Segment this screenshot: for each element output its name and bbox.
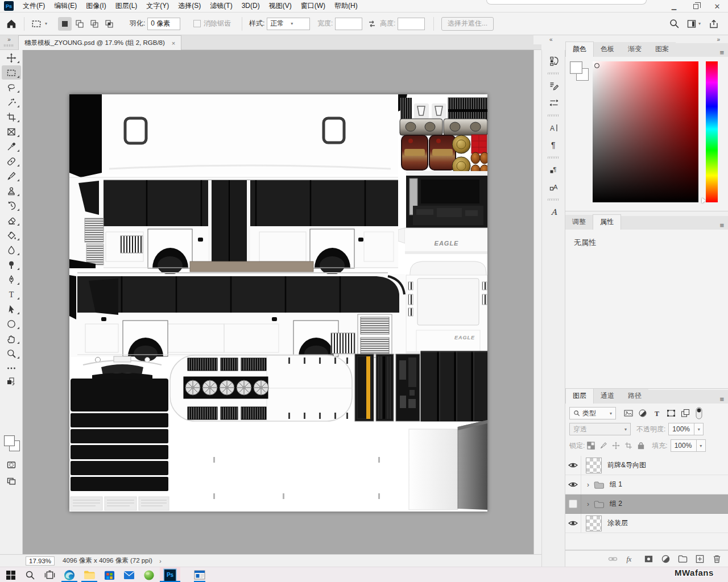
move-tool[interactable] bbox=[2, 51, 21, 65]
edit-toolbar-icon[interactable] bbox=[2, 361, 21, 375]
tab-overflow-icon[interactable]: » bbox=[2, 36, 16, 49]
taskbar-window-app[interactable] bbox=[190, 567, 209, 582]
tab-color[interactable]: 颜色 bbox=[565, 41, 594, 57]
subtract-selection-mode[interactable] bbox=[88, 17, 101, 31]
paint-bucket-tool[interactable] bbox=[2, 228, 21, 242]
tab-gradients[interactable]: 渐变 bbox=[621, 42, 648, 57]
select-and-mask-button[interactable]: 选择并遮住... bbox=[441, 17, 494, 31]
new-layer-icon[interactable] bbox=[695, 554, 705, 564]
tab-adjustments[interactable]: 调整 bbox=[565, 215, 593, 230]
share-icon[interactable] bbox=[709, 13, 719, 35]
eyedropper-tool[interactable] bbox=[2, 139, 21, 153]
panel-foreground-swatch[interactable] bbox=[570, 61, 582, 74]
fill-value[interactable]: 100% bbox=[671, 439, 697, 452]
height-input[interactable] bbox=[398, 18, 425, 30]
menu-edit[interactable]: 编辑(E) bbox=[49, 0, 81, 12]
new-selection-mode[interactable] bbox=[58, 17, 72, 31]
menu-filter[interactable]: 滤镜(T) bbox=[205, 0, 237, 12]
layer-style-icon[interactable]: fx bbox=[625, 554, 636, 564]
lock-pixels-icon[interactable] bbox=[599, 442, 607, 450]
menu-type[interactable]: 文字(Y) bbox=[142, 0, 173, 12]
menu-file[interactable]: 文件(F) bbox=[18, 0, 49, 12]
visibility-toggle[interactable] bbox=[565, 475, 581, 494]
lock-transparency-icon[interactable] bbox=[587, 442, 595, 450]
layer-thumbnail[interactable] bbox=[586, 516, 602, 531]
menu-view[interactable]: 视图(V) bbox=[264, 0, 296, 12]
opacity-dropdown-icon[interactable]: ▾ bbox=[694, 423, 704, 435]
feather-input[interactable] bbox=[147, 18, 180, 30]
default-colors-icon[interactable] bbox=[2, 376, 21, 387]
taskbar-file-explorer-app[interactable] bbox=[80, 567, 99, 582]
zoom-level-field[interactable]: 17.93% bbox=[26, 556, 55, 566]
tab-swatches[interactable]: 色板 bbox=[594, 42, 621, 57]
frame-tool[interactable] bbox=[2, 124, 21, 139]
opacity-value[interactable]: 100% bbox=[668, 423, 694, 435]
brush-settings-icon[interactable] bbox=[542, 94, 565, 111]
blend-mode-select[interactable]: 穿透▾ bbox=[569, 423, 631, 435]
add-selection-mode[interactable] bbox=[73, 17, 86, 31]
path-selection-tool[interactable] bbox=[2, 302, 21, 316]
lock-position-icon[interactable] bbox=[612, 442, 620, 450]
fill-dropdown-icon[interactable]: ▾ bbox=[696, 439, 706, 452]
taskbar-green-app[interactable] bbox=[139, 567, 159, 582]
collapse-panels-right-icon[interactable]: » bbox=[717, 36, 720, 43]
hue-slider[interactable] bbox=[706, 61, 718, 202]
taskbar-search-button[interactable] bbox=[20, 567, 40, 582]
visibility-toggle[interactable] bbox=[565, 514, 581, 533]
style-select[interactable]: 正常▾ bbox=[267, 18, 310, 30]
rectangular-marquee-tool[interactable] bbox=[2, 65, 21, 80]
magic-wand-tool[interactable] bbox=[2, 95, 21, 109]
filter-smart-objects-icon[interactable] bbox=[681, 409, 690, 418]
quick-mask-mode-icon[interactable] bbox=[2, 458, 21, 472]
lock-artboard-icon[interactable] bbox=[624, 442, 632, 450]
adjustment-layer-icon[interactable] bbox=[661, 554, 671, 564]
status-options-icon[interactable]: › bbox=[159, 558, 162, 564]
character-panel-icon[interactable]: A bbox=[542, 119, 565, 136]
layer-row-group-2-selected[interactable]: › 组 2 bbox=[565, 494, 728, 514]
width-input[interactable] bbox=[335, 18, 362, 30]
filter-type-layers-icon[interactable]: T bbox=[652, 409, 661, 418]
restore-icon[interactable] bbox=[685, 0, 706, 13]
history-icon[interactable] bbox=[542, 52, 565, 69]
document-tab[interactable]: 穗景模板_ZYOUNG.psd @ 17.9% (组 2, RGB/8) × bbox=[18, 35, 181, 50]
antialias-checkbox[interactable] bbox=[193, 20, 201, 27]
layer-row-group-1[interactable]: › 组 1 bbox=[565, 475, 728, 494]
start-button[interactable] bbox=[1, 567, 20, 582]
visibility-toggle[interactable] bbox=[565, 494, 581, 514]
lasso-tool[interactable] bbox=[2, 80, 21, 94]
panel-menu-icon[interactable]: ≡ bbox=[719, 395, 724, 404]
layer-filter-toggle[interactable] bbox=[695, 407, 703, 419]
menu-select[interactable]: 选择(S) bbox=[173, 0, 205, 12]
menu-help[interactable]: 帮助(H) bbox=[330, 0, 362, 12]
tab-patterns[interactable]: 图案 bbox=[648, 42, 676, 57]
home-icon[interactable] bbox=[6, 13, 17, 35]
tool-preset-marquee[interactable]: ▾ bbox=[31, 13, 47, 35]
layer-mask-icon[interactable] bbox=[644, 554, 653, 564]
paragraph-panel-icon[interactable]: ¶ bbox=[542, 136, 565, 153]
workspace-switcher-icon[interactable]: ▾ bbox=[686, 13, 701, 35]
close-tab-icon[interactable]: × bbox=[172, 40, 175, 47]
layer-row-paint-layer[interactable]: 涂装层 bbox=[565, 514, 728, 533]
hue-slider-pointer[interactable] bbox=[702, 198, 706, 203]
brushes-icon[interactable] bbox=[542, 77, 565, 94]
zoom-tool[interactable] bbox=[2, 346, 21, 360]
bus-texture-document[interactable]: EAGLE bbox=[69, 94, 487, 512]
search-icon[interactable] bbox=[669, 13, 680, 35]
tab-channels[interactable]: 通道 bbox=[594, 389, 621, 404]
taskbar-edge-app[interactable] bbox=[60, 567, 79, 582]
delete-layer-icon[interactable] bbox=[712, 554, 722, 564]
close-icon[interactable]: ✕ bbox=[706, 0, 728, 13]
new-group-icon[interactable] bbox=[678, 554, 688, 564]
blur-tool[interactable] bbox=[2, 243, 21, 257]
collapse-panels-left-icon[interactable]: « bbox=[549, 36, 553, 43]
tab-paths[interactable]: 路径 bbox=[621, 389, 648, 404]
link-layers-icon[interactable] bbox=[608, 554, 618, 564]
foreground-color-swatch[interactable] bbox=[4, 435, 15, 446]
layer-filter-type-select[interactable]: 类型 ▾ bbox=[569, 407, 616, 419]
task-view-button[interactable] bbox=[40, 567, 59, 582]
ellipse-tool[interactable] bbox=[2, 317, 21, 331]
crop-tool[interactable] bbox=[2, 110, 21, 124]
panel-menu-icon[interactable]: ≡ bbox=[719, 221, 724, 230]
expand-group-icon[interactable]: › bbox=[587, 481, 589, 489]
swap-dimensions-icon[interactable] bbox=[367, 13, 377, 35]
